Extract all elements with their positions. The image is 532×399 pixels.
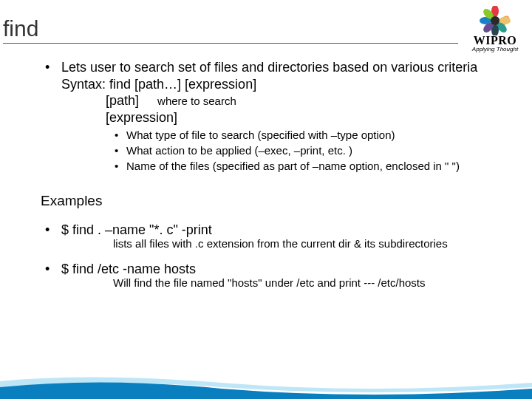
slide: find WIPRO Applying Thought: [0, 0, 532, 399]
expression-sublist: What type of file to search (specified w…: [113, 129, 525, 173]
example-desc: Will find the file named "hosts" under /…: [61, 276, 525, 290]
intro-item: Lets user to search set of files and dir…: [41, 59, 525, 173]
intro-text: Lets user to search set of files and dir…: [61, 59, 525, 76]
example-item: $ find . –name "*. c" -print lists all f…: [41, 222, 525, 250]
slide-title: find: [3, 16, 458, 41]
syntax-line: Syntax: find [path…] [expression]: [61, 76, 525, 93]
examples-list: $ find . –name "*. c" -print lists all f…: [41, 222, 525, 250]
example-item: $ find /etc -name hosts Will find the fi…: [41, 261, 525, 290]
title-block: find: [3, 16, 458, 44]
path-line: [path] where to search: [61, 92, 525, 109]
sunflower-icon: [477, 6, 514, 35]
example-cmd: $ find /etc -name hosts: [61, 261, 525, 278]
example-desc: lists all files with .c extension from t…: [61, 237, 525, 251]
svg-point-9: [491, 16, 499, 25]
footer-swoosh-icon: [0, 372, 532, 399]
expr-label: [expression]: [61, 109, 525, 126]
expr-item: Name of the files (specified as part of …: [113, 160, 525, 174]
path-note: where to search: [157, 95, 236, 107]
wipro-logo: WIPRO Applying Thought: [466, 6, 525, 52]
title-rule: [3, 43, 458, 44]
example-cmd: $ find . –name "*. c" -print: [61, 222, 525, 239]
examples-heading: Examples: [41, 192, 525, 210]
path-label: [path]: [106, 93, 139, 108]
main-list: Lets user to search set of files and dir…: [41, 59, 525, 173]
expr-item: What type of file to search (specified w…: [113, 129, 525, 143]
expr-item: What action to be applied (–exec, –print…: [113, 144, 525, 158]
logo-tagline: Applying Thought: [466, 46, 525, 52]
spacer: [41, 253, 525, 261]
slide-body: Lets user to search set of files and dir…: [41, 59, 525, 293]
examples-list-2: $ find /etc -name hosts Will find the fi…: [41, 261, 525, 290]
